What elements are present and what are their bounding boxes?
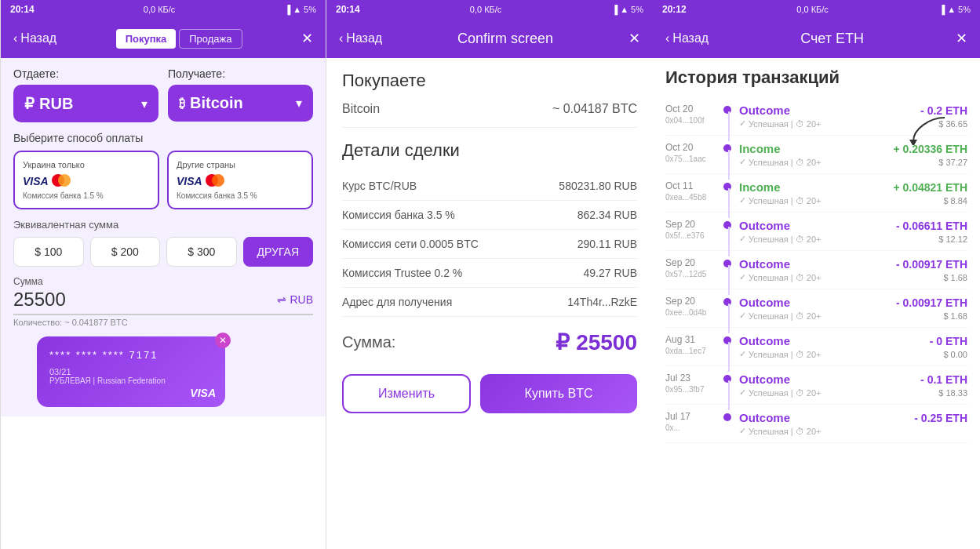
deal-value-2: 290.11 RUB	[577, 238, 637, 250]
tx-dot	[723, 260, 731, 267]
address-value: 14Th4r...RzkE	[567, 296, 637, 308]
close-button-3[interactable]: ✕	[956, 30, 967, 47]
btc-symbol: ₿	[179, 96, 185, 111]
time-3: 20:12	[662, 4, 687, 15]
tx-dot	[723, 221, 731, 229]
tx-content: Outcome - 0.00917 ETH ✓ Успешная | ⏱ 20+…	[739, 296, 967, 321]
status-bar-1: 20:14 0,0 КБ/с ▐ ▲ 5%	[1, 0, 326, 19]
battery-3: 5%	[958, 5, 971, 14]
back-label-3: Назад	[672, 31, 709, 45]
other-tag: Другие страны	[177, 160, 304, 169]
give-currency-select[interactable]: ₽ RUB ▾	[13, 85, 158, 122]
tx-type-row: Outcome - 0.00917 ETH	[739, 257, 967, 271]
tx-type: Outcome	[739, 219, 790, 232]
amount-other[interactable]: ДРУГАЯ	[243, 237, 314, 267]
card-remove-button[interactable]: ✕	[215, 333, 231, 348]
deal-value-1: 862.34 RUB	[577, 209, 637, 221]
deal-title: Детали сделки	[342, 140, 637, 161]
top-nav-3: ‹ Назад Счет ETH ✕	[653, 19, 980, 58]
buying-amount: ~ 0.04187 BTC	[552, 102, 637, 116]
ukraine-commission: Комиссия банка 1.5 %	[23, 191, 150, 200]
tx-amount: - 0.00917 ETH	[896, 296, 967, 309]
tx-date-col: Oct 20 0x04...100f	[665, 104, 720, 125]
tx-status: ✓ Успешная | ⏱ 20+	[739, 272, 822, 282]
tx-status-row: ✓ Успешная | ⏱ 20+ $ 37.27	[739, 157, 967, 167]
tx-dot	[723, 336, 731, 344]
tx-hash: 0xea...45b8	[665, 193, 720, 202]
back-button-2[interactable]: ‹ Назад	[339, 31, 382, 45]
tx-usd: $ 37.27	[938, 158, 967, 167]
buying-row: Bitcoin ~ 0.04187 BTC	[342, 102, 637, 128]
status-icons-3: ▐ ▲ 5%	[938, 5, 971, 14]
payment-method-ukraine[interactable]: Украина только VISA Комиссия банка 1.5 %	[13, 151, 159, 209]
sum-label: Сумма:	[342, 333, 395, 351]
transaction-list: Oct 20 0x04...100f Outcome - 0.2 ETH ✓ У…	[665, 97, 967, 443]
transaction-item[interactable]: Oct 11 0xea...45b8 Income + 0.04821 ETH …	[665, 174, 967, 213]
deal-value-0: 580231.80 RUB	[559, 180, 637, 192]
battery-2: 5%	[631, 5, 643, 14]
action-buttons: Изменить Купить BТС	[342, 374, 637, 413]
transaction-item[interactable]: Sep 20 0xee...0d4b Outcome - 0.00917 ETH…	[665, 289, 967, 328]
tx-amount: - 0.00917 ETH	[896, 258, 967, 271]
tx-date-col: Oct 11 0xea...45b8	[665, 180, 720, 202]
success-icon: ✓	[739, 234, 746, 244]
deal-value-3: 49.27 RUB	[584, 267, 637, 279]
close-button-1[interactable]: ✕	[301, 30, 313, 47]
tx-hash: 0x...	[665, 424, 720, 432]
rub-symbol: ₽	[24, 94, 35, 113]
tx-date: Oct 11	[665, 180, 720, 193]
tx-hash: 0xda...1ec7	[665, 347, 720, 355]
back-button-3[interactable]: ‹ Назад	[665, 31, 709, 45]
status-bar-3: 20:12 0,0 КБ/с ▐ ▲ 5%	[653, 0, 980, 19]
transaction-item[interactable]: Sep 20 0x5f...e376 Outcome - 0.06611 ETH…	[665, 213, 967, 251]
network-speed-1: 0,0 КБ/с	[144, 5, 176, 14]
tx-date-col: Jul 17 0x...	[665, 411, 720, 432]
deal-label-1: Комиссия банка 3.5 %	[342, 209, 455, 221]
buying-currency: Bitcoin	[342, 102, 380, 116]
tx-status: ✓ Успешная | ⏱ 20+	[739, 426, 822, 436]
tab-buy[interactable]: Покупка	[116, 29, 177, 49]
success-icon: ✓	[739, 387, 746, 398]
panel-eth-history: 20:12 0,0 КБ/с ▐ ▲ 5% ‹ Назад Счет ETH ✕…	[653, 0, 980, 549]
tx-status-row: ✓ Успешная | ⏱ 20+ $ 18.33	[739, 387, 967, 398]
transaction-item[interactable]: Sep 20 0x57...12d5 Outcome - 0.00917 ETH…	[665, 251, 967, 289]
close-button-2[interactable]: ✕	[628, 30, 640, 47]
get-currency-select[interactable]: ₿ Bitcoin ▾	[168, 85, 313, 122]
amount-300[interactable]: $ 300	[166, 237, 237, 267]
tx-date-col: Aug 31 0xda...1ec7	[665, 334, 720, 355]
buying-label: Покупаете	[342, 71, 637, 91]
signal-icon: ▐	[284, 5, 290, 14]
tx-usd: $ 1.68	[943, 273, 967, 282]
transaction-item[interactable]: Jul 17 0x... Outcome - 0.25 ETH ✓ Успешн…	[665, 405, 967, 443]
deal-row-1: Комиссия банка 3.5 % 862.34 RUB	[342, 201, 637, 230]
transaction-item[interactable]: Aug 31 0xda...1ec7 Outcome - 0 ETH ✓ Усп…	[665, 328, 967, 366]
tx-amount: - 0 ETH	[930, 335, 967, 347]
tx-hash: 0x04...100f	[665, 116, 720, 125]
tx-date: Jul 17	[665, 411, 720, 424]
tx-hash: 0xee...0d4b	[665, 308, 720, 317]
tx-type-row: Outcome - 0.00917 ETH	[739, 296, 967, 309]
exchange-row: Отдаете: ₽ RUB ▾ Получаете: ₿ Bitcoin ▾	[13, 67, 313, 122]
change-button[interactable]: Изменить	[342, 374, 471, 413]
amount-200[interactable]: $ 200	[90, 237, 161, 267]
payment-method-other[interactable]: Другие страны VISA Комиссия банка 3.5 %	[167, 151, 313, 209]
success-icon: ✓	[739, 118, 746, 129]
top-nav-1: ‹ Назад Покупка Продажа ✕	[1, 19, 326, 58]
tx-dot	[723, 413, 731, 421]
success-icon: ✓	[739, 426, 746, 436]
back-button-1[interactable]: ‹ Назад	[13, 31, 56, 45]
transaction-item[interactable]: Jul 23 0x95...3fb7 Outcome - 0.1 ETH ✓ У…	[665, 366, 967, 405]
tx-type: Outcome	[739, 257, 790, 271]
tab-sell[interactable]: Продажа	[179, 29, 242, 49]
amount-title: Эквивалентная сумма	[13, 219, 313, 231]
signal-icon-3: ▐	[938, 5, 945, 14]
card-number: **** **** **** 7171	[49, 349, 213, 361]
tx-date: Aug 31	[665, 334, 720, 347]
amount-100[interactable]: $ 100	[13, 237, 84, 267]
give-label: Отдаете:	[13, 67, 158, 80]
tx-status-row: ✓ Успешная | ⏱ 20+ $ 1.68	[739, 311, 967, 321]
buy-btc-button[interactable]: Купить BТС	[480, 374, 637, 413]
amount-value[interactable]: 25500	[13, 289, 277, 311]
time-1: 20:14	[10, 4, 35, 15]
tx-usd: $ 1.68	[943, 311, 967, 321]
